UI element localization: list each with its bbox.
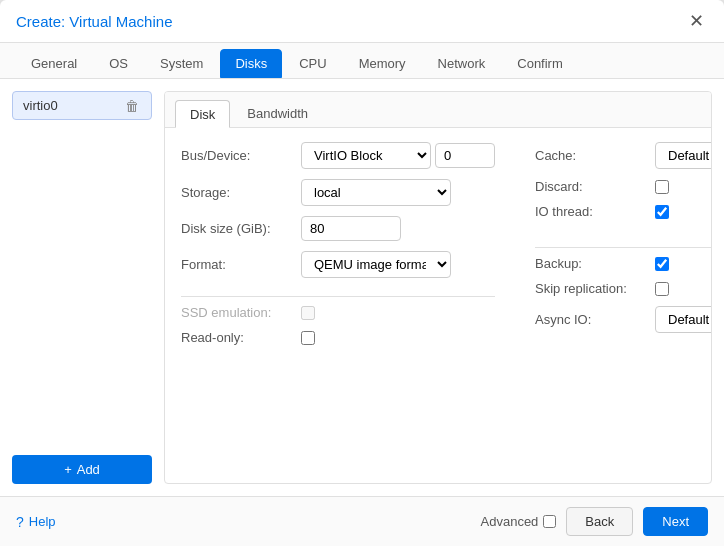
remove-disk-button[interactable]: 🗑	[123, 99, 141, 113]
storage-row: Storage: local local-lvm	[181, 179, 495, 206]
async-io-select[interactable]: Default (io_uring) io_uring native threa…	[655, 306, 711, 333]
skip-replication-control	[655, 282, 669, 296]
dialog-body: virtio0 🗑 + Add Disk Bandwidth	[0, 79, 724, 496]
ssd-emulation-label: SSD emulation:	[181, 305, 301, 320]
tab-cpu[interactable]: CPU	[284, 49, 341, 78]
tab-confirm[interactable]: Confirm	[502, 49, 578, 78]
discard-checkbox[interactable]	[655, 180, 669, 194]
help-section[interactable]: ? Help	[16, 514, 56, 530]
bus-select[interactable]: VirtIO Block IDE SATA SCSI	[301, 142, 431, 169]
ssd-emulation-row: SSD emulation:	[181, 305, 495, 320]
read-only-checkbox-label	[301, 331, 315, 345]
advanced-toggle-label[interactable]: Advanced	[481, 514, 557, 529]
dialog-footer: ? Help Advanced Back Next	[0, 496, 724, 546]
backup-control	[655, 257, 669, 271]
help-label: Help	[29, 514, 56, 529]
skip-replication-checkbox-label	[655, 282, 669, 296]
sidebar-disk-virtio0[interactable]: virtio0 🗑	[12, 91, 152, 120]
cache-select[interactable]: Default (No cache) No cache Write throug…	[655, 142, 711, 169]
io-thread-control	[655, 205, 669, 219]
footer-actions: Advanced Back Next	[481, 507, 708, 536]
io-thread-checkbox[interactable]	[655, 205, 669, 219]
form-grid: Bus/Device: VirtIO Block IDE SATA SCSI	[181, 142, 695, 355]
format-label: Format:	[181, 257, 301, 272]
form-divider	[181, 296, 495, 297]
right-divider	[535, 247, 711, 248]
io-thread-row: IO thread:	[535, 204, 711, 219]
discard-label: Discard:	[535, 179, 655, 194]
storage-control: local local-lvm	[301, 179, 451, 206]
disk-size-control	[301, 216, 401, 241]
async-io-label: Async IO:	[535, 312, 655, 327]
tab-os[interactable]: OS	[94, 49, 143, 78]
dialog-header: Create: Virtual Machine ✕	[0, 0, 724, 43]
async-io-control: Default (io_uring) io_uring native threa…	[655, 306, 711, 333]
subtab-bar: Disk Bandwidth	[165, 92, 711, 128]
device-num-input[interactable]	[435, 143, 495, 168]
storage-label: Storage:	[181, 185, 301, 200]
help-icon: ?	[16, 514, 24, 530]
add-button-label: Add	[77, 462, 100, 477]
format-select[interactable]: QEMU image format Raw disk image VMware …	[301, 251, 451, 278]
bus-device-controls: VirtIO Block IDE SATA SCSI	[301, 142, 495, 169]
create-vm-dialog: Create: Virtual Machine ✕ General OS Sys…	[0, 0, 724, 546]
advanced-label-text: Advanced	[481, 514, 539, 529]
skip-replication-row: Skip replication:	[535, 281, 711, 296]
dialog-title: Create: Virtual Machine	[16, 13, 172, 30]
storage-select[interactable]: local local-lvm	[301, 179, 451, 206]
backup-checkbox[interactable]	[655, 257, 669, 271]
form-area: Bus/Device: VirtIO Block IDE SATA SCSI	[165, 128, 711, 483]
disk-size-row: Disk size (GiB):	[181, 216, 495, 241]
main-panel: Disk Bandwidth Bus/Device: VirtIO Block	[164, 91, 712, 484]
ssd-emulation-control	[301, 306, 315, 320]
disk-label: virtio0	[23, 98, 58, 113]
next-button[interactable]: Next	[643, 507, 708, 536]
backup-label: Backup:	[535, 256, 655, 271]
discard-checkbox-label	[655, 180, 669, 194]
disk-size-input[interactable]	[301, 216, 401, 241]
add-icon: +	[64, 462, 72, 477]
ssd-emulation-checkbox-label	[301, 306, 315, 320]
read-only-control	[301, 331, 315, 345]
read-only-checkbox[interactable]	[301, 331, 315, 345]
skip-replication-label: Skip replication:	[535, 281, 655, 296]
subtab-bandwidth[interactable]: Bandwidth	[232, 100, 323, 127]
backup-row: Backup:	[535, 256, 711, 271]
format-row: Format: QEMU image format Raw disk image…	[181, 251, 495, 278]
add-disk-button[interactable]: + Add	[12, 455, 152, 484]
format-control: QEMU image format Raw disk image VMware …	[301, 251, 451, 278]
async-io-row: Async IO: Default (io_uring) io_uring na…	[535, 306, 711, 333]
read-only-label: Read-only:	[181, 330, 301, 345]
tab-system[interactable]: System	[145, 49, 218, 78]
cache-control: Default (No cache) No cache Write throug…	[655, 142, 711, 169]
advanced-checkbox[interactable]	[543, 515, 556, 528]
bus-device-label: Bus/Device:	[181, 148, 301, 163]
back-button[interactable]: Back	[566, 507, 633, 536]
ssd-emulation-checkbox[interactable]	[301, 306, 315, 320]
subtab-disk[interactable]: Disk	[175, 100, 230, 128]
left-column: Bus/Device: VirtIO Block IDE SATA SCSI	[181, 142, 495, 355]
io-thread-checkbox-label	[655, 205, 669, 219]
tab-memory[interactable]: Memory	[344, 49, 421, 78]
discard-control	[655, 180, 669, 194]
backup-checkbox-label	[655, 257, 669, 271]
disk-size-label: Disk size (GiB):	[181, 221, 301, 236]
tab-general[interactable]: General	[16, 49, 92, 78]
close-button[interactable]: ✕	[685, 10, 708, 32]
tab-disks[interactable]: Disks	[220, 49, 282, 78]
cache-label: Cache:	[535, 148, 655, 163]
tab-network[interactable]: Network	[423, 49, 501, 78]
skip-replication-checkbox[interactable]	[655, 282, 669, 296]
read-only-row: Read-only:	[181, 330, 495, 345]
discard-row: Discard:	[535, 179, 711, 194]
sidebar: virtio0 🗑 + Add	[12, 91, 152, 484]
tab-bar: General OS System Disks CPU Memory Netwo…	[0, 43, 724, 79]
right-column: Cache: Default (No cache) No cache Write…	[535, 142, 711, 355]
io-thread-label: IO thread:	[535, 204, 655, 219]
bus-device-row: Bus/Device: VirtIO Block IDE SATA SCSI	[181, 142, 495, 169]
cache-row: Cache: Default (No cache) No cache Write…	[535, 142, 711, 169]
